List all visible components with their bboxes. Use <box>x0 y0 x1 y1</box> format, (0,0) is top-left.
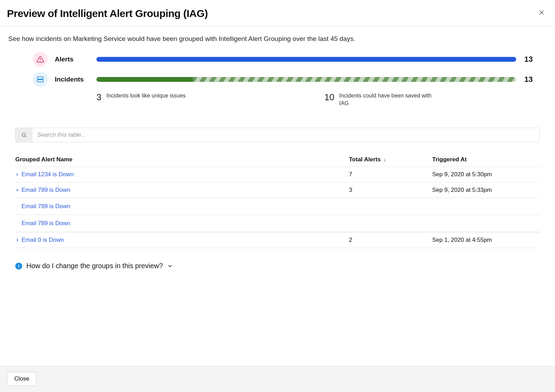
intro-text: See how incidents on Marketing Service w… <box>8 35 547 43</box>
metrics-section: Alerts 13 Incidents 13 <box>8 52 547 107</box>
alerts-label: Alerts <box>55 56 89 63</box>
incidents-stack-icon <box>33 72 48 87</box>
row-total-cell: 2 <box>349 237 432 244</box>
chevron-right-icon[interactable] <box>15 172 21 177</box>
svg-line-5 <box>25 136 26 137</box>
incidents-bar-area: 13 <box>96 75 533 84</box>
saved-incidents-block: 10 Incidents could have been saved with … <box>324 92 435 107</box>
chevron-right-icon[interactable] <box>15 238 21 242</box>
saved-incidents-count: 10 <box>324 92 334 102</box>
row-name-cell: Email 789 is Down <box>15 187 349 194</box>
alert-group-link[interactable]: Email 789 is Down <box>22 187 70 194</box>
row-triggered-cell: Sep 9, 2020 at 5:33pm <box>432 187 540 194</box>
col-header-total[interactable]: Total Alerts ↓ <box>349 156 432 163</box>
col-header-name-label: Grouped Alert Name <box>15 156 72 163</box>
alerts-value: 13 <box>523 55 533 64</box>
table-header-row: Grouped Alert Name Total Alerts ↓ Trigge… <box>15 153 540 167</box>
svg-point-1 <box>40 61 41 61</box>
close-button[interactable]: Close <box>7 372 36 386</box>
chevron-down-icon[interactable] <box>15 188 21 192</box>
search-icon <box>16 128 32 142</box>
table-sub-row: Email 789 is Down <box>15 215 540 232</box>
alert-link[interactable]: Email 789 is Down <box>22 220 70 227</box>
alerts-metric-row: Alerts 13 <box>33 52 533 67</box>
row-triggered-cell: Sep 1, 2020 at 4:55pm <box>432 237 540 244</box>
search-field-wrap <box>15 128 540 142</box>
saved-incidents-text: Incidents could have been saved with IAG <box>339 92 435 107</box>
incidents-bar-unique-fill <box>96 77 193 82</box>
table-body: Email 1234 is Down7Sep 9, 2020 at 5:30pm… <box>15 167 540 248</box>
table-sub-row: Email 789 is Down <box>15 198 540 215</box>
sort-descending-icon: ↓ <box>384 157 386 162</box>
col-header-triggered[interactable]: Triggered At <box>432 156 540 163</box>
col-header-triggered-label: Triggered At <box>432 156 467 163</box>
help-accordion[interactable]: i How do I change the groups in this pre… <box>15 262 540 270</box>
incidents-metric-row: Incidents 13 <box>33 72 533 87</box>
col-header-name[interactable]: Grouped Alert Name <box>15 156 349 163</box>
row-name-cell: Email 0 is Down <box>15 237 349 244</box>
svg-point-4 <box>22 133 25 136</box>
unique-incidents-block: 3 Incidents look like unique issues <box>96 92 186 107</box>
modal-title: Preview of Intelligent Alert Grouping (I… <box>7 8 208 19</box>
incidents-label: Incidents <box>55 76 89 83</box>
svg-rect-3 <box>37 80 43 82</box>
grouped-alerts-table: Grouped Alert Name Total Alerts ↓ Trigge… <box>15 153 540 248</box>
incidents-value: 13 <box>523 75 533 84</box>
svg-rect-2 <box>37 77 43 79</box>
alerts-bar-area: 13 <box>96 55 533 64</box>
modal-footer: Close <box>0 366 555 392</box>
alerts-bar <box>96 57 516 62</box>
table-row: Email 789 is Down3Sep 9, 2020 at 5:33pm <box>15 182 540 198</box>
help-text: How do I change the groups in this previ… <box>26 262 163 270</box>
alert-group-link[interactable]: Email 1234 is Down <box>22 171 74 178</box>
row-total-cell: 3 <box>349 187 432 194</box>
search-input[interactable] <box>32 128 539 142</box>
alert-link[interactable]: Email 789 is Down <box>22 203 70 210</box>
close-icon[interactable]: ✕ <box>536 8 547 18</box>
info-icon: i <box>15 263 22 270</box>
row-total-cell: 7 <box>349 171 432 178</box>
modal-body: See how incidents on Marketing Service w… <box>0 26 555 366</box>
chevron-down-icon <box>167 263 173 269</box>
row-triggered-cell: Sep 9, 2020 at 5:30pm <box>432 171 540 178</box>
incidents-bar <box>96 77 516 82</box>
table-section: Grouped Alert Name Total Alerts ↓ Trigge… <box>15 128 540 248</box>
unique-incidents-count: 3 <box>96 92 101 102</box>
iag-preview-modal: Preview of Intelligent Alert Grouping (I… <box>0 0 555 392</box>
unique-incidents-text: Incidents look like unique issues <box>106 92 186 100</box>
modal-header: Preview of Intelligent Alert Grouping (I… <box>0 0 555 26</box>
alert-group-link[interactable]: Email 0 is Down <box>22 237 64 244</box>
row-name-cell: Email 1234 is Down <box>15 171 349 178</box>
table-row: Email 1234 is Down7Sep 9, 2020 at 5:30pm <box>15 167 540 182</box>
table-row: Email 0 is Down2Sep 1, 2020 at 4:55pm <box>15 232 540 248</box>
incidents-breakdown: 3 Incidents look like unique issues 10 I… <box>89 92 533 107</box>
alert-triangle-icon <box>33 52 48 67</box>
col-header-total-label: Total Alerts <box>349 156 381 163</box>
